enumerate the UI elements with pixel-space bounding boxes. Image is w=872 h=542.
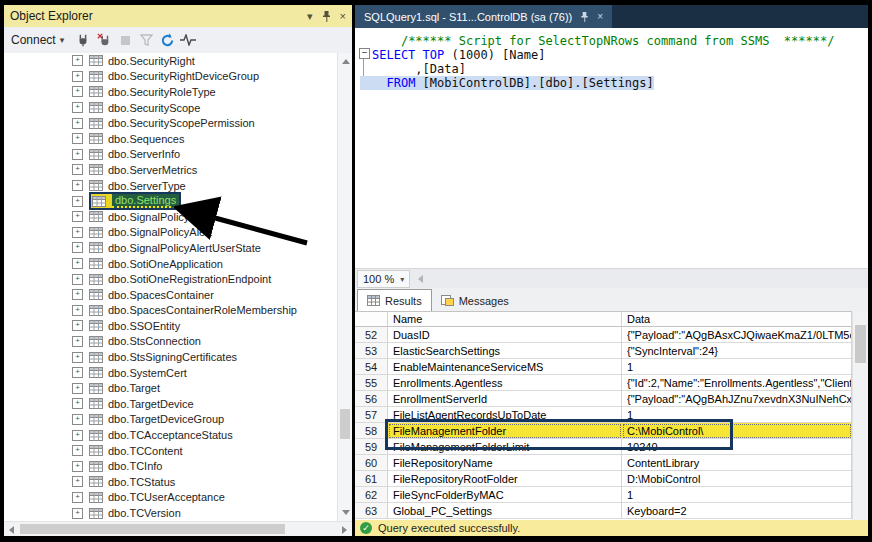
- expand-icon[interactable]: +: [72, 305, 83, 316]
- row-number[interactable]: 59: [355, 439, 388, 455]
- tree-item[interactable]: +dbo.TCInfo: [4, 458, 338, 474]
- expand-icon[interactable]: +: [72, 102, 83, 113]
- tree-item-selected[interactable]: +dbo.Settings: [4, 193, 338, 209]
- tab-sqlquery1[interactable]: SQLQuery1.sql - S11...ControlDB (sa (76)…: [355, 5, 612, 28]
- tree-item[interactable]: +dbo.SecurityScope: [4, 100, 338, 116]
- cell-data[interactable]: D:\MobiControl: [622, 471, 852, 487]
- results-grid[interactable]: Name Data 52DuasID{"Payload":"AQgBAsxCJQ…: [355, 311, 868, 520]
- tab-messages[interactable]: Messages: [432, 290, 518, 311]
- scroll-left-icon[interactable]: [9, 526, 14, 534]
- table-row[interactable]: 61FileRepositoryRootFolderD:\MobiControl: [355, 471, 868, 487]
- expand-icon[interactable]: +: [72, 180, 83, 191]
- cell-name[interactable]: FileRepositoryRootFolder: [388, 471, 622, 487]
- tree-item[interactable]: +dbo.Target: [4, 380, 338, 396]
- tree-item[interactable]: +dbo.TargetDeviceGroup: [4, 412, 338, 428]
- scroll-right-icon[interactable]: [342, 526, 347, 534]
- tree-item[interactable]: +dbo.SecurityRoleType: [4, 84, 338, 100]
- cell-name[interactable]: FileManagementFolder: [388, 423, 622, 439]
- tree-item[interactable]: +dbo.SecurityRightDeviceGroup: [4, 69, 338, 85]
- table-row[interactable]: 53ElasticSearchSettings{"SyncInterval":2…: [355, 343, 868, 359]
- scrollbar-thumb[interactable]: [855, 325, 866, 363]
- tree-item[interactable]: +dbo.SotiOneRegistrationEndpoint: [4, 271, 338, 287]
- expand-icon[interactable]: +: [72, 55, 83, 66]
- close-icon[interactable]: ×: [597, 11, 603, 22]
- tree-item[interactable]: +dbo.SpacesContainerRoleMembership: [4, 303, 338, 319]
- expand-icon[interactable]: +: [72, 196, 83, 207]
- expand-icon[interactable]: +: [72, 336, 83, 347]
- activity-monitor-icon[interactable]: [179, 32, 197, 49]
- tree-item[interactable]: +dbo.SecurityScopePermission: [4, 115, 338, 131]
- row-number[interactable]: 61: [355, 471, 388, 487]
- sql-editor[interactable]: − /****** Script for SelectTopNRows comm…: [355, 28, 868, 268]
- cell-data[interactable]: 1: [622, 487, 852, 503]
- expand-icon[interactable]: +: [72, 86, 83, 97]
- row-number[interactable]: 58: [355, 423, 388, 439]
- row-number[interactable]: 53: [355, 343, 388, 359]
- table-row[interactable]: 62FileSyncFolderByMAC1: [355, 487, 868, 503]
- expand-icon[interactable]: +: [72, 352, 83, 363]
- table-row[interactable]: 60FileRepositoryNameContentLibrary: [355, 455, 868, 471]
- scrollbar-thumb[interactable]: [20, 524, 285, 534]
- tree-vertical-scrollbar[interactable]: [337, 53, 352, 521]
- tree-item[interactable]: +dbo.SotiOneApplication: [4, 256, 338, 272]
- expand-icon[interactable]: +: [72, 383, 83, 394]
- expand-icon[interactable]: +: [72, 242, 83, 253]
- tree-item[interactable]: +dbo.SpacesContainer: [4, 287, 338, 303]
- row-number[interactable]: 57: [355, 407, 388, 423]
- table-row[interactable]: 56EnrollmentServerId{"Payload":"AQgBAhJZ…: [355, 391, 868, 407]
- column-header-data[interactable]: Data: [622, 311, 852, 327]
- cell-data[interactable]: 1: [622, 407, 852, 423]
- tree-item[interactable]: +dbo.TargetDevice: [4, 396, 338, 412]
- tree-item[interactable]: +dbo.TCContent: [4, 443, 338, 459]
- cell-name[interactable]: FileSyncFolderByMAC: [388, 487, 622, 503]
- expand-icon[interactable]: +: [72, 227, 83, 238]
- cell-name[interactable]: ElasticSearchSettings: [388, 343, 622, 359]
- cell-name[interactable]: FileListAgentRecordsUpToDate: [388, 407, 622, 423]
- tree-item[interactable]: +dbo.TCStatus: [4, 474, 338, 490]
- cell-name[interactable]: FileManagementFolderLimit: [388, 439, 622, 455]
- expand-icon[interactable]: +: [72, 476, 83, 487]
- cell-data[interactable]: {"Payload":"AQgBAsxCJQiwaeKmaZ1/0LTM5c3k…: [622, 327, 852, 343]
- window-menu-icon[interactable]: ▾: [307, 10, 313, 23]
- expand-icon[interactable]: +: [72, 133, 83, 144]
- table-row[interactable]: 55Enrollments.Agentless{"Id":2,"Name":"E…: [355, 375, 868, 391]
- row-number[interactable]: 55: [355, 375, 388, 391]
- close-icon[interactable]: ×: [340, 10, 346, 22]
- pin-icon[interactable]: [580, 12, 589, 22]
- cell-data[interactable]: ContentLibrary: [622, 455, 852, 471]
- tree-item[interactable]: +dbo.TCAcceptanceStatus: [4, 427, 338, 443]
- scroll-down-icon[interactable]: [342, 510, 350, 515]
- refresh-icon[interactable]: [158, 32, 176, 49]
- expand-icon[interactable]: +: [72, 164, 83, 175]
- cell-data[interactable]: 10240: [622, 439, 852, 455]
- cell-data[interactable]: {"Id":2,"Name":"Enrollments.Agentless","…: [622, 375, 852, 391]
- expand-icon[interactable]: +: [72, 430, 83, 441]
- code-fold-icon[interactable]: −: [359, 48, 370, 59]
- tree-item[interactable]: +dbo.SignalPolicyAlertUserState: [4, 240, 338, 256]
- cell-data[interactable]: 1: [622, 359, 852, 375]
- expand-icon[interactable]: +: [72, 71, 83, 82]
- editor-zoom-select[interactable]: 100 %▾: [357, 270, 410, 288]
- tree-item[interactable]: +dbo.SSOEntity: [4, 318, 338, 334]
- cell-name[interactable]: Global_PC_Settings: [388, 503, 622, 519]
- tree-item[interactable]: +dbo.SecurityRight: [4, 53, 338, 69]
- expand-icon[interactable]: +: [72, 211, 83, 222]
- tree-item[interactable]: +dbo.Sequences: [4, 131, 338, 147]
- row-number[interactable]: 56: [355, 391, 388, 407]
- expand-icon[interactable]: +: [72, 320, 83, 331]
- expand-icon[interactable]: +: [72, 445, 83, 456]
- row-number[interactable]: 62: [355, 487, 388, 503]
- expand-icon[interactable]: +: [72, 398, 83, 409]
- cell-name[interactable]: FileRepositoryName: [388, 455, 622, 471]
- tree-item[interactable]: +dbo.ServerMetrics: [4, 162, 338, 178]
- tree-item[interactable]: +dbo.ServerInfo: [4, 147, 338, 163]
- tree-horizontal-scrollbar[interactable]: [4, 521, 352, 536]
- table-row[interactable]: 58FileManagementFolderC:\MobiControl\: [355, 423, 868, 439]
- cell-name[interactable]: Enrollments.Agentless: [388, 375, 622, 391]
- tree-item[interactable]: +dbo.StsSigningCertificates: [4, 349, 338, 365]
- cell-data[interactable]: {"Payload":"AQgBAhJZnu7xevdnX3NuINehCxG9…: [622, 391, 852, 407]
- corner-cell[interactable]: [355, 311, 388, 327]
- table-row[interactable]: 59FileManagementFolderLimit10240: [355, 439, 868, 455]
- tree-item[interactable]: +dbo.SignalPolicyAlert: [4, 225, 338, 241]
- connect-button[interactable]: Connect▾: [11, 33, 64, 47]
